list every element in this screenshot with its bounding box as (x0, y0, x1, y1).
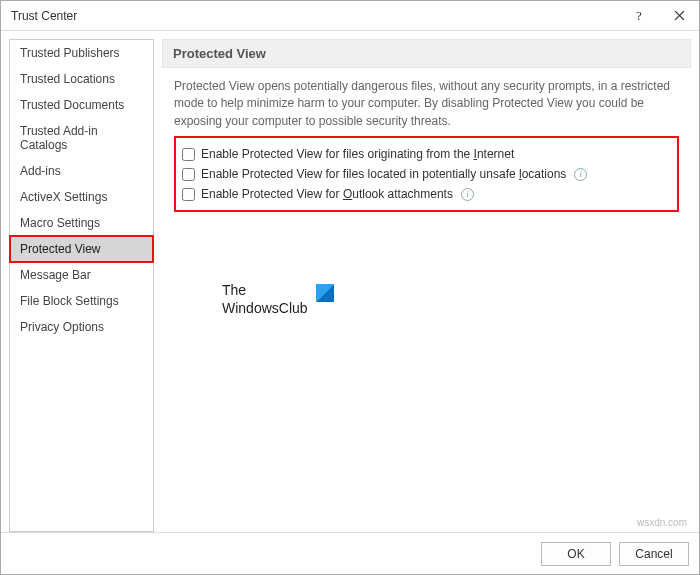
info-icon[interactable]: i (461, 188, 474, 201)
sidebar-item-trusted-documents[interactable]: Trusted Documents (10, 92, 153, 118)
logo-line1: The (222, 282, 308, 300)
watermark: wsxdn.com (637, 517, 687, 528)
checkbox-outlook-attachments[interactable] (182, 188, 195, 201)
sidebar-item-trusted-addin-catalogs[interactable]: Trusted Add-in Catalogs (10, 118, 153, 158)
trust-center-window: Trust Center ? Trusted Publishers Truste… (0, 0, 700, 575)
sidebar-item-add-ins[interactable]: Add-ins (10, 158, 153, 184)
sidebar-item-file-block-settings[interactable]: File Block Settings (10, 288, 153, 314)
options-group: Enable Protected View for files originat… (174, 136, 679, 212)
section-description: Protected View opens potentially dangero… (162, 68, 691, 136)
option-outlook-attachments[interactable]: Enable Protected View for Outlook attach… (182, 184, 671, 204)
checkbox-unsafe-locations[interactable] (182, 168, 195, 181)
logo-line2: WindowsClub (222, 300, 308, 318)
option-label: Enable Protected View for files originat… (201, 147, 514, 161)
section-title: Protected View (162, 39, 691, 68)
sidebar-item-trusted-publishers[interactable]: Trusted Publishers (10, 40, 153, 66)
checkbox-internet[interactable] (182, 148, 195, 161)
close-button[interactable] (659, 1, 699, 31)
cancel-button[interactable]: Cancel (619, 542, 689, 566)
main-panel: Protected View Protected View opens pote… (162, 39, 691, 532)
logo-text: The WindowsClub (222, 282, 308, 317)
option-unsafe-locations[interactable]: Enable Protected View for files located … (182, 164, 671, 184)
option-label: Enable Protected View for files located … (201, 167, 566, 181)
sidebar-item-trusted-locations[interactable]: Trusted Locations (10, 66, 153, 92)
sidebar-item-protected-view[interactable]: Protected View (10, 236, 153, 262)
logo-mark-icon (316, 284, 334, 302)
option-label: Enable Protected View for Outlook attach… (201, 187, 453, 201)
ok-button[interactable]: OK (541, 542, 611, 566)
close-icon (674, 10, 685, 21)
help-button[interactable]: ? (619, 1, 659, 31)
window-title: Trust Center (11, 9, 619, 23)
sidebar-item-privacy-options[interactable]: Privacy Options (10, 314, 153, 340)
logo: The WindowsClub (222, 282, 691, 317)
sidebar-item-activex-settings[interactable]: ActiveX Settings (10, 184, 153, 210)
sidebar-item-message-bar[interactable]: Message Bar (10, 262, 153, 288)
dialog-footer: OK Cancel (1, 532, 699, 574)
titlebar: Trust Center ? (1, 1, 699, 31)
sidebar-item-macro-settings[interactable]: Macro Settings (10, 210, 153, 236)
option-internet[interactable]: Enable Protected View for files originat… (182, 144, 671, 164)
sidebar: Trusted Publishers Trusted Locations Tru… (9, 39, 154, 532)
dialog-body: Trusted Publishers Trusted Locations Tru… (1, 31, 699, 532)
info-icon[interactable]: i (574, 168, 587, 181)
